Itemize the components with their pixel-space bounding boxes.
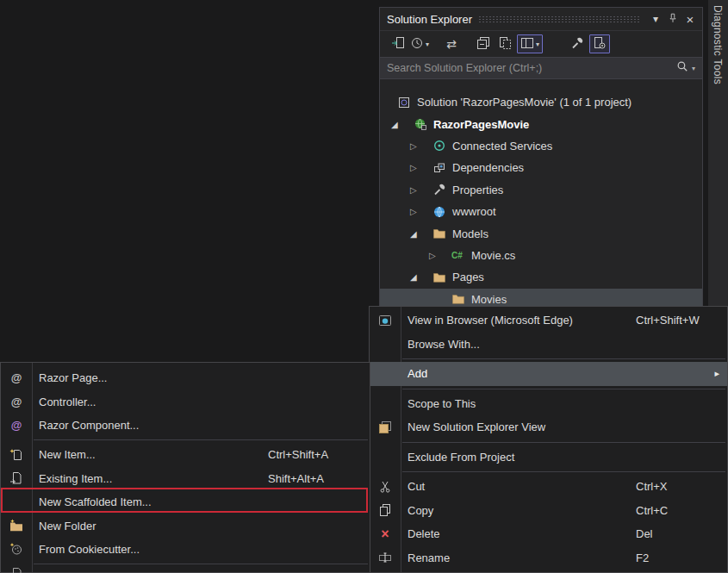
tree-item-label: Solution 'RazorPagesMovie' (1 of 1 proje… (417, 96, 632, 109)
menu-item-label: Rename (408, 551, 450, 564)
chevron-down-icon: ▾ (426, 40, 429, 48)
chevron-down-icon: ▾ (536, 40, 539, 48)
folder-icon (451, 292, 469, 306)
menu-item-cut[interactable]: Cut Ctrl+X (370, 475, 727, 499)
menu-item-label: New Scaffolded Item... (39, 495, 152, 508)
connected-services-icon (432, 139, 450, 153)
menu-item-label: Browse With... (408, 338, 480, 351)
tree-item-properties[interactable]: ▷ Properties (380, 179, 702, 201)
menu-item-label: Razor Component... (39, 419, 139, 432)
menu-item-razor-component[interactable]: @ Razor Component... (1, 414, 370, 437)
collapse-all-button[interactable] (474, 34, 493, 53)
menu-item-rename[interactable]: Rename F2 (370, 546, 727, 570)
menu-item-controller[interactable]: @ Controller... (1, 389, 370, 413)
menu-item-shortcut: F2 (636, 551, 649, 564)
menu-item-delete[interactable]: × Delete Del (370, 522, 727, 546)
tree-item-label: Movies (471, 293, 507, 306)
show-all-files-button[interactable] (495, 34, 514, 53)
menu-item-label: From Cookiecutter... (39, 543, 140, 556)
menu-item-add[interactable]: Add ▸ (370, 362, 727, 386)
menu-item-exclude-from-project[interactable]: Exclude From Project (370, 445, 727, 470)
menu-item-existing-item[interactable]: Existing Item... Shift+Alt+A (1, 467, 370, 490)
active-view-filter-button[interactable]: ▾ (517, 34, 543, 53)
menu-item-new-item[interactable]: New Item... Ctrl+Shift+A (1, 443, 370, 466)
sync-with-active-document-button[interactable] (389, 34, 408, 53)
search-input[interactable] (387, 62, 676, 74)
cut-icon (377, 480, 393, 494)
expander-expanded-icon[interactable]: ◢ (391, 120, 414, 129)
menu-item-new-folder[interactable]: New Folder (1, 514, 370, 537)
expander-expanded-icon[interactable]: ◢ (410, 229, 432, 239)
menu-item-copy[interactable]: Copy Ctrl+C (370, 499, 727, 523)
drag-grip[interactable] (478, 16, 641, 23)
expander-collapsed-icon[interactable]: ▷ (410, 207, 432, 216)
tree-item-label: RazorPagesMovie (433, 118, 529, 131)
tree-item-dependencies[interactable]: ▷ Dependencies (380, 157, 702, 178)
pin-icon (667, 12, 679, 27)
tree-item-pages[interactable]: ◢ Pages (380, 266, 702, 288)
menu-item-label: Existing Item... (39, 472, 112, 485)
expander-collapsed-icon[interactable]: ▷ (429, 251, 451, 260)
razor-page-icon: @ (9, 371, 24, 385)
expander-collapsed-icon[interactable]: ▷ (410, 163, 432, 172)
solution-explorer-toolbar: ▾ ⇄ ▾ (380, 31, 702, 57)
new-item-icon (9, 448, 24, 462)
context-menu: View in Browser (Microsoft Edge) Ctrl+Sh… (369, 306, 728, 573)
tree-item-label: Pages (452, 271, 484, 283)
menu-item-label: View in Browser (Microsoft Edge) (408, 314, 573, 327)
menu-item-partial[interactable] (1, 567, 370, 573)
menu-item-razor-page[interactable]: @ Razor Page... (1, 366, 370, 389)
chevron-down-icon[interactable]: ▾ (692, 65, 695, 72)
tree-item-connected-services[interactable]: ▷ Connected Services (380, 135, 702, 157)
tree-item-label: Connected Services (452, 140, 552, 153)
menu-separator (402, 389, 725, 389)
menu-item-new-solution-explorer-view[interactable]: New Solution Explorer View (370, 415, 727, 439)
switch-views-icon: ⇄ (446, 37, 457, 51)
aspnet-project-icon (414, 117, 431, 131)
diagnostic-tools-label: Diagnostic Tools (712, 0, 724, 84)
tree-item-razorpagesmovie[interactable]: ◢ RazorPagesMovie (380, 113, 702, 134)
show-all-files-icon (498, 36, 512, 53)
menu-item-browse-with[interactable]: Browse With... (370, 333, 727, 357)
menu-item-label: New Solution Explorer View (408, 420, 545, 433)
globe-icon (432, 205, 450, 219)
auto-hide-button[interactable] (664, 10, 681, 28)
window-position-button[interactable]: ▾ (647, 10, 664, 28)
menu-item-new-scaffolded-item[interactable]: New Scaffolded Item... (1, 490, 370, 514)
pending-changes-filter-icon (410, 36, 424, 53)
solution-tree: Solution 'RazorPagesMovie' (1 of 1 proje… (380, 79, 702, 310)
menu-item-from-cookiecutter[interactable]: From Cookiecutter... (1, 538, 370, 561)
sync-with-active-document-icon (391, 36, 405, 53)
properties-button[interactable] (568, 34, 587, 53)
solution-explorer-titlebar: Solution Explorer ▾ × (380, 8, 702, 31)
pending-changes-filter-button[interactable]: ▾ (410, 34, 429, 53)
razor-component-icon: @ (9, 418, 24, 432)
tree-item-solution[interactable]: Solution 'RazorPagesMovie' (1 of 1 proje… (380, 91, 702, 113)
expander-collapsed-icon[interactable]: ▷ (410, 185, 432, 195)
menu-item-view-in-browser[interactable]: View in Browser (Microsoft Edge) Ctrl+Sh… (370, 308, 727, 333)
tree-item-movie-cs[interactable]: ▷ C# Movie.cs (380, 245, 702, 266)
menu-item-shortcut: Shift+Alt+A (268, 472, 324, 485)
document-icon (9, 567, 24, 573)
switch-views-button[interactable]: ⇄ (442, 34, 461, 53)
tree-item-models[interactable]: ◢ Models (380, 222, 702, 244)
expander-expanded-icon[interactable]: ◢ (410, 272, 432, 282)
new-solution-explorer-view-icon (377, 420, 393, 434)
menu-item-shortcut: Ctrl+X (636, 480, 667, 493)
search-icon[interactable] (676, 60, 688, 76)
close-icon: × (687, 13, 694, 26)
tree-item-label: Movie.cs (471, 249, 515, 262)
tree-item-wwwroot[interactable]: ▷ wwwroot (380, 201, 702, 222)
close-button[interactable]: × (681, 10, 699, 28)
expander-collapsed-icon[interactable]: ▷ (410, 141, 432, 151)
preview-selected-items-button[interactable] (589, 34, 610, 53)
existing-item-icon (9, 471, 24, 485)
solution-icon (397, 96, 414, 109)
preview-selected-items-icon (593, 36, 607, 53)
menu-item-label: Delete (408, 527, 440, 540)
menu-item-label: Razor Page... (39, 371, 108, 384)
search-bar: ▾ (380, 57, 702, 79)
dependencies-icon (432, 161, 450, 175)
menu-item-scope-to-this[interactable]: Scope to This (370, 392, 727, 416)
submenu-arrow-icon: ▸ (714, 368, 719, 379)
